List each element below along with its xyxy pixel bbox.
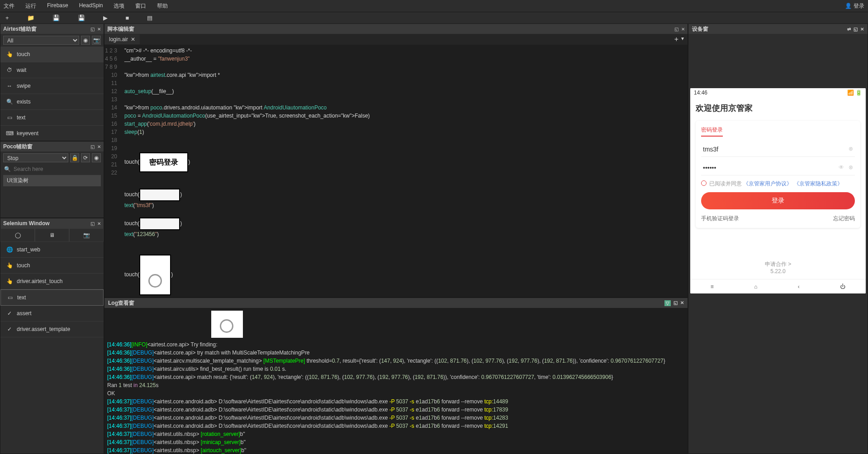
nav-back-icon[interactable]: ‹ xyxy=(798,284,800,290)
apply-link[interactable]: 申请合作 > xyxy=(690,260,866,268)
airtest-action-keyevent[interactable]: ⌨keyevent xyxy=(0,126,104,140)
agreement-link-1[interactable]: 《京管家用户协议》 xyxy=(743,180,792,187)
poco-title: Poco辅助窗 xyxy=(3,143,33,151)
menu-firebase[interactable]: Firebase xyxy=(47,2,68,10)
poco-search-input[interactable] xyxy=(14,166,100,172)
airtest-action-text[interactable]: ▭text xyxy=(0,110,104,126)
selenium-action-assert[interactable]: ✓assert xyxy=(0,306,104,322)
action-icon: 👆 xyxy=(6,262,13,269)
action-label: text xyxy=(17,114,25,121)
login-tab[interactable]: 密码登录 xyxy=(701,126,723,137)
record-icon[interactable]: ◉ xyxy=(81,36,90,45)
filter-icon[interactable]: ▽ xyxy=(664,300,671,306)
phone-navbar: ≡ ⌂ ‹ ⏻ xyxy=(690,279,866,293)
log-line: Ran 1 test in 24.125s xyxy=(107,381,685,389)
float-icon[interactable]: ◱ xyxy=(90,27,95,32)
editor-tab[interactable]: login.air ✕ xyxy=(104,34,140,44)
keyevent-icon: ⌨ xyxy=(6,130,13,137)
header-login-button[interactable]: 👤 登录 xyxy=(845,2,864,10)
device-screen[interactable]: 14:46 📶 🔋 欢迎使用京管家 密码登录 ⊗ xyxy=(690,88,866,293)
airtest-action-swipe[interactable]: ↔swipe xyxy=(0,78,104,94)
username-input[interactable] xyxy=(701,142,855,157)
tab-label: login.air xyxy=(109,36,128,43)
clear-icon[interactable]: ⊗ xyxy=(849,146,853,152)
float-icon[interactable]: ◱ xyxy=(674,27,678,32)
agreement-link-2[interactable]: 《京管家隐私政策》 xyxy=(794,180,843,187)
menu-run[interactable]: 运行 xyxy=(25,2,36,10)
airtest-action-exists[interactable]: 🔍exists xyxy=(0,94,104,110)
swap-icon[interactable]: ⇄ xyxy=(847,27,851,32)
open-icon[interactable]: 📁 xyxy=(27,14,34,21)
play-icon[interactable]: ▶ xyxy=(103,14,108,21)
float-icon[interactable]: ◱ xyxy=(854,27,858,32)
nav-menu-icon[interactable]: ≡ xyxy=(711,284,714,290)
action-label: text xyxy=(17,294,26,301)
selenium-btn-3[interactable]: 📷 xyxy=(69,228,104,242)
clear-icon[interactable]: ⊗ xyxy=(849,164,853,170)
text-icon: ▭ xyxy=(6,114,13,121)
log-result-image xyxy=(211,311,243,338)
airtest-action-wait[interactable]: ⏱wait xyxy=(0,62,104,78)
log-line: [14:46:37][DEBUG]<airtest.core.android.a… xyxy=(107,422,685,430)
selenium-title: Selenium Window xyxy=(3,220,50,227)
record-icon[interactable]: ◉ xyxy=(92,153,101,162)
selenium-btn-2[interactable]: 🖥 xyxy=(35,228,69,242)
airtest-panel: Airtest辅助窗 ◱ ✕ All ◉ 📷 👆touch⏱wait↔swipe… xyxy=(0,24,104,141)
log-title: Log查看窗 xyxy=(108,299,134,307)
action-label: touch xyxy=(17,51,30,57)
menu-help[interactable]: 帮助 xyxy=(157,2,168,10)
poco-mode-dropdown[interactable]: Stop xyxy=(3,153,68,162)
code-editor[interactable]: 1 2 3 4 5 6 7 8 9 10 11 12 13 14 15 16 1… xyxy=(104,45,688,297)
poco-tree-root[interactable]: UI渲染树 xyxy=(3,175,101,186)
selenium-action-driver-airtest_touch[interactable]: 👆driver.airtest_touch xyxy=(0,274,104,289)
close-icon[interactable]: ✕ xyxy=(97,27,101,32)
phone-statusbar: 14:46 📶 🔋 xyxy=(690,88,866,97)
log-output[interactable]: [14:46:36][INFO]<airtest.core.api> Try f… xyxy=(104,308,688,454)
close-icon[interactable]: ✕ xyxy=(97,221,101,226)
nav-power-icon[interactable]: ⏻ xyxy=(840,284,845,290)
menu-window[interactable]: 窗口 xyxy=(135,2,146,10)
add-tab-icon[interactable]: + xyxy=(674,35,678,43)
eye-icon[interactable]: 👁 xyxy=(839,164,844,170)
selenium-btn-1[interactable]: ◯ xyxy=(0,228,35,242)
airtest-action-touch[interactable]: 👆touch xyxy=(0,47,104,62)
checkbox-icon[interactable] xyxy=(701,180,707,186)
touch-icon: 👆 xyxy=(6,51,13,57)
menu-file[interactable]: 文件 xyxy=(4,2,14,10)
float-icon[interactable]: ◱ xyxy=(90,144,95,149)
report-icon[interactable]: ▤ xyxy=(147,14,152,21)
selenium-action-touch[interactable]: 👆touch xyxy=(0,258,104,274)
status-icons: 📶 🔋 xyxy=(847,90,862,96)
close-icon[interactable]: ✕ xyxy=(97,144,101,149)
sms-login-link[interactable]: 手机验证码登录 xyxy=(701,215,739,222)
save-all-icon[interactable]: 💾 xyxy=(78,14,85,21)
selenium-action-driver-assert_template[interactable]: ✓driver.assert_template xyxy=(0,322,104,337)
exists-icon: 🔍 xyxy=(6,99,13,105)
device-panel: 设备窗 ⇄ ◱ ✕ 14:46 📶 🔋 欢迎使用京管家 密码登 xyxy=(688,24,868,454)
lock-icon[interactable]: 🔒 xyxy=(70,153,79,162)
tab-close-icon[interactable]: ✕ xyxy=(131,36,135,43)
close-icon[interactable]: ✕ xyxy=(681,27,685,32)
agreement-row[interactable]: 已阅读并同意 《京管家用户协议》 《京管家隐私政策》 xyxy=(701,180,855,188)
save-icon[interactable]: 💾 xyxy=(52,14,60,21)
camera-icon[interactable]: 📷 xyxy=(92,36,101,45)
forgot-password-link[interactable]: 忘记密码 xyxy=(833,215,855,222)
login-submit-button[interactable]: 登录 xyxy=(701,192,855,209)
float-icon[interactable]: ◱ xyxy=(674,300,678,306)
close-icon[interactable]: ✕ xyxy=(680,300,684,306)
menu-options[interactable]: 选项 xyxy=(114,2,124,10)
action-label: swipe xyxy=(17,83,31,89)
editor-title: 脚本编辑窗 xyxy=(107,25,134,33)
close-icon[interactable]: ✕ xyxy=(860,27,864,32)
selenium-action-start_web[interactable]: 🌐start_web xyxy=(0,242,104,258)
nav-home-icon[interactable]: ⌂ xyxy=(754,284,757,290)
selenium-action-text[interactable]: ▭text xyxy=(0,289,104,306)
airtest-filter-dropdown[interactable]: All xyxy=(3,36,79,45)
new-file-icon[interactable]: + xyxy=(5,14,9,21)
password-input[interactable] xyxy=(701,161,855,175)
refresh-icon[interactable]: ⟳ xyxy=(81,153,90,162)
tab-menu-icon[interactable]: ▾ xyxy=(681,35,684,43)
float-icon[interactable]: ◱ xyxy=(90,221,95,226)
menu-headspin[interactable]: HeadSpin xyxy=(79,2,103,10)
stop-icon[interactable]: ■ xyxy=(126,14,129,21)
